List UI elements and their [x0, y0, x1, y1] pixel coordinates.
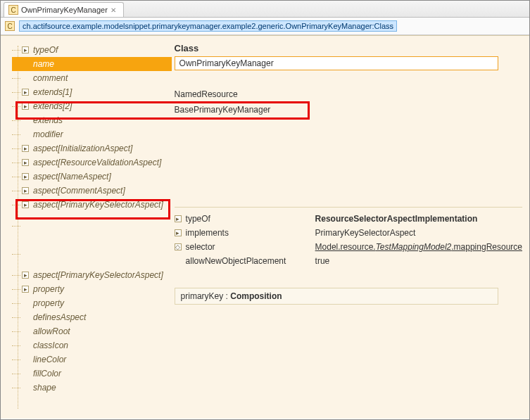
name-input[interactable]: OwnPrimaryKeyManager: [175, 56, 498, 70]
tree-extends1[interactable]: ▸extends[1]: [12, 85, 172, 99]
tree-fillcolor[interactable]: fillColor: [12, 367, 172, 381]
tree-property2[interactable]: property: [12, 296, 172, 310]
close-icon[interactable]: ✕: [111, 6, 116, 14]
detail-panel: Class OwnPrimaryKeyManager NamedResource…: [175, 36, 529, 419]
aspect-selector-value[interactable]: Model.resource.TestMappingModel2.mapping…: [315, 242, 522, 252]
chevron-icon[interactable]: ▸: [22, 272, 29, 279]
tree-name[interactable]: name: [12, 57, 172, 71]
aspect-detail: ▸typeOf ResourceSelectorAspectImplementa…: [175, 207, 522, 268]
tab-bar: C OwnPrimaryKeyManager ✕: [1, 1, 529, 18]
chevron-icon[interactable]: ▸: [22, 187, 29, 194]
chevron-icon[interactable]: ▸: [22, 201, 29, 208]
tree-aspect-pksel2[interactable]: ▸aspect[PrimaryKeySelectorAspect]: [12, 268, 172, 282]
tree-shape[interactable]: shape: [12, 381, 172, 395]
tree-aspect-init[interactable]: ▸aspect[InitializationAspect]: [12, 141, 172, 155]
aspect-implements-value[interactable]: PrimaryKeySelectorAspect: [315, 228, 522, 238]
chevron-icon[interactable]: ▸: [175, 229, 182, 236]
tree-aspect-pksel[interactable]: ▸aspect[PrimaryKeySelectorAspect]: [12, 198, 172, 212]
editor-tab[interactable]: C OwnPrimaryKeyManager ✕: [4, 2, 124, 17]
extends2-value[interactable]: BasePrimaryKeyManager: [175, 105, 522, 115]
tree-aspect-name[interactable]: ▸aspect[NameAspect]: [12, 170, 172, 184]
tree-definesaspect[interactable]: definesAspect: [12, 310, 172, 324]
tree-classicon[interactable]: classIcon: [12, 338, 172, 352]
class-header: Class: [175, 43, 522, 53]
diamond-icon[interactable]: ◇: [175, 243, 182, 250]
tree-comment[interactable]: comment: [12, 71, 172, 85]
breadcrumb-path[interactable]: ch.actifsource.example.modelsnippet.prim…: [19, 20, 397, 32]
tab-title: OwnPrimaryKeyManager: [21, 6, 108, 14]
class-icon: C: [5, 21, 15, 31]
chevron-icon[interactable]: ▸: [175, 215, 182, 222]
chevron-icon[interactable]: ▸: [22, 89, 29, 96]
chevron-icon[interactable]: ▸: [22, 286, 29, 293]
tree-property1[interactable]: ▸property: [12, 282, 172, 296]
tree-aspect-comment[interactable]: ▸aspect[CommentAspect]: [12, 184, 172, 198]
tree-allowroot[interactable]: allowRoot: [12, 324, 172, 338]
primarykey-row[interactable]: primaryKey : Composition: [175, 288, 498, 305]
chevron-icon[interactable]: ▸: [22, 145, 29, 152]
breadcrumb: C ch.actifsource.example.modelsnippet.pr…: [1, 18, 529, 35]
chevron-icon[interactable]: ▸: [22, 173, 29, 180]
chevron-icon[interactable]: ▸: [22, 46, 29, 53]
tree-gap: [12, 240, 172, 268]
tree-gap: [12, 212, 172, 240]
tree-linecolor[interactable]: lineColor: [12, 352, 172, 367]
property-tree: ▸typeOf name comment ▸extends[1] ▸extend…: [1, 36, 175, 419]
aspect-allownew-value[interactable]: true: [315, 256, 522, 266]
class-icon: C: [8, 5, 18, 15]
tree-extends[interactable]: extends: [12, 113, 172, 127]
extends1-value[interactable]: NamedResource: [175, 89, 522, 99]
chevron-icon[interactable]: ▸: [22, 103, 29, 110]
tree-extends2[interactable]: ▸extends[2]: [12, 99, 172, 113]
tree-modifier[interactable]: modifier: [12, 127, 172, 141]
tree-typeof[interactable]: ▸typeOf: [12, 43, 172, 57]
aspect-typeof-value[interactable]: ResourceSelectorAspectImplementation: [315, 214, 522, 224]
tree-aspect-resval[interactable]: ▸aspect[ResourceValidationAspect]: [12, 155, 172, 170]
editor-body: ▸typeOf name comment ▸extends[1] ▸extend…: [1, 35, 529, 419]
chevron-icon[interactable]: ▸: [22, 159, 29, 166]
